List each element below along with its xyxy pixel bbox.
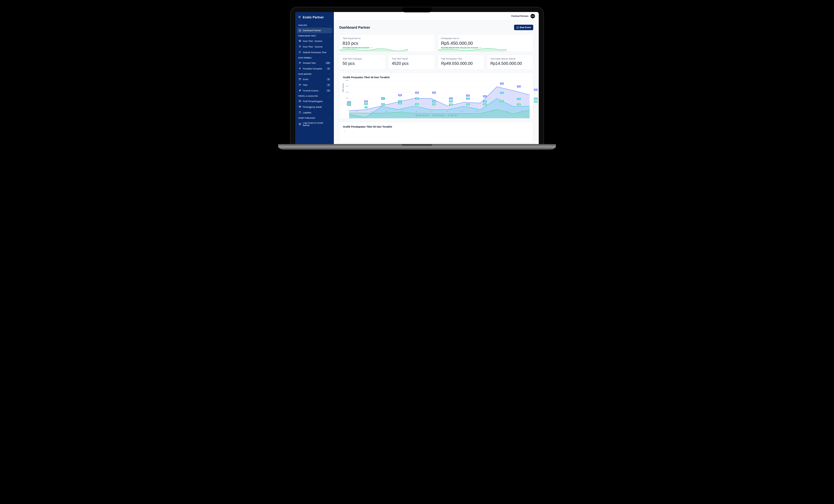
chart-x-tick: 08	[485, 111, 500, 113]
svg-rect-12	[517, 27, 518, 28]
sidebar-item[interactable]: Pembeli Tiket143	[297, 60, 332, 66]
sidebar-group-title: DATA PEMBELI	[298, 57, 312, 59]
chevron-up-icon	[329, 95, 331, 97]
chart-x-tick: 01	[379, 111, 394, 113]
sidebar-item[interactable]: Event6	[297, 76, 332, 82]
sidebar-item[interactable]: Pendaftar Kompetisi0	[297, 66, 332, 71]
org-name: Festival Permen	[511, 15, 528, 17]
sidebar-group-title: ASSET PUBLIKASI	[298, 117, 315, 119]
sidebar-item[interactable]: Statistik Penukaran Tiket	[297, 49, 332, 55]
stat-value: 4520 pcs	[392, 61, 432, 66]
sidebar-group-header[interactable]: ASSET PUBLIKASI	[297, 115, 332, 120]
chart-point-label: 220	[534, 101, 538, 103]
stat-label: Total Pajak Hiburan Daerah	[490, 58, 530, 60]
chart-x-tick: 04	[424, 111, 439, 113]
sidebar-item-label: Tiket	[303, 84, 307, 86]
sidebar-item[interactable]: Legalitas	[297, 110, 332, 115]
sidebar-item[interactable]: Tiket8	[297, 82, 332, 88]
sparkline	[339, 47, 408, 51]
sidebar-item-label: Pendaftar Kompetisi	[303, 68, 322, 70]
sidebar-badge: 8	[327, 84, 330, 86]
svg-point-1	[300, 41, 300, 41]
chart-x-tick: 02	[394, 111, 409, 113]
kpi-label: Pendapatan Hari ini	[441, 37, 530, 40]
chart-x-tick: 05	[439, 111, 455, 113]
sidebar-badge: 12	[327, 89, 330, 92]
sidebar-item[interactable]: Formulir Kustom12	[297, 88, 332, 93]
chart-y-tick: 200	[344, 103, 348, 105]
sidebar-item-label: Logo Eratix & Contoh Banner	[303, 122, 330, 127]
kpi-tickets-today: Tiket Terjual Hari ini 810 pcs 210 lebih…	[339, 34, 435, 51]
sidebar-group-header[interactable]: DATA PEMBELI	[297, 55, 332, 60]
calendar-plus-icon	[517, 26, 519, 29]
stat-label: Total Tiket Terjual	[392, 58, 432, 60]
sidebar-item[interactable]: Logo Eratix & Contoh Banner	[297, 120, 332, 128]
kpi-label: Tiket Terjual Hari ini	[343, 37, 432, 40]
calendar-icon	[299, 78, 301, 81]
scan-icon	[299, 45, 301, 48]
chevron-up-icon	[329, 35, 331, 37]
chart-y-tick: 5	[344, 131, 345, 132]
chart-title: Grafik Pendapatan Tiket 30 Hari Terakhir	[343, 125, 530, 128]
sparkline	[438, 47, 507, 51]
chart-revenue-card: Grafik Pendapatan Tiket 30 Hari Terakhir…	[339, 122, 533, 143]
sidebar-item-label: Profil Penyelenggara	[303, 100, 323, 103]
svg-rect-6	[299, 79, 301, 80]
stat-value: Rp49.550.000,00	[441, 61, 481, 66]
chart-x-tick: 06	[454, 111, 469, 113]
chevron-up-icon	[329, 73, 331, 75]
sidebar-item[interactable]: Dashboard Partner	[297, 28, 332, 33]
chevron-up-icon	[329, 24, 331, 26]
svg-rect-2	[300, 46, 301, 47]
stat-value: 50 pcs	[343, 61, 382, 66]
stat-card: Total Pendapatan TiketRp49.550.000,00	[438, 55, 484, 69]
sidebar-item[interactable]: Profil Penyelenggara	[297, 98, 332, 104]
sidebar-badge: 6	[327, 78, 330, 81]
ticket-icon	[299, 84, 301, 86]
sidebar-item-label: Dashboard Partner	[303, 29, 321, 32]
create-event-button[interactable]: Buat Event	[514, 25, 533, 30]
sidebar-item-label: Scan Tiket - Scanner	[303, 46, 323, 48]
stat-card: Total Tiket Terjual4520 pcs	[389, 55, 435, 69]
sidebar-group-title: PENUKARAN TIKET	[298, 35, 316, 37]
svg-point-9	[299, 106, 300, 107]
svg-point-11	[299, 124, 300, 124]
clock-icon	[299, 51, 301, 54]
sidebar-item[interactable]: Penanggung Jawab	[297, 104, 332, 110]
menu-toggle-icon[interactable]	[298, 16, 301, 19]
device-bezel: Eratix Partner ANALISISDashboard Partner…	[290, 7, 544, 144]
avatar[interactable]: eratix	[530, 14, 535, 18]
svg-point-4	[299, 62, 300, 63]
device-notch	[402, 7, 432, 12]
chart-x-tick: 10	[514, 111, 530, 113]
create-event-label: Buat Event	[520, 26, 531, 29]
sidebar-item[interactable]: Scan Tiket - Kamera	[297, 38, 332, 44]
chart-sales-card: Grafik Penjualan Tiket 30 Hari Terakhir …	[339, 72, 533, 119]
image-icon	[299, 123, 301, 126]
sidebar-item[interactable]: Scan Tiket - Scanner	[297, 44, 332, 49]
chart-y-axis-label: Tiket Terjual	[342, 83, 344, 92]
svg-rect-8	[299, 106, 301, 107]
camera-icon	[299, 40, 301, 43]
hash-icon	[299, 67, 301, 70]
page-title: Dashboard Partner	[339, 25, 370, 29]
svg-point-5	[300, 62, 301, 63]
chart-x-tick: 03	[409, 111, 424, 113]
content-scroll[interactable]: Dashboard Partner Buat Event Tiket Terju…	[334, 20, 539, 144]
sidebar-group-header[interactable]: PROFIL & LEGALITAS	[297, 93, 332, 98]
brand-name: Eratix Partner	[303, 16, 324, 19]
svg-rect-10	[299, 123, 301, 125]
sidebar-group-header[interactable]: PENUKARAN TIKET	[297, 33, 332, 38]
kpi-value: 810 pcs	[343, 41, 432, 46]
briefcase-icon	[299, 100, 301, 103]
sidebar-item-label: Legalitas	[303, 111, 311, 114]
chart-y-tick: 0	[344, 109, 348, 111]
sidebar-group-title: PROFIL & LEGALITAS	[298, 95, 318, 97]
chart-y-tick: 400	[344, 97, 348, 99]
sidebar-group-header[interactable]: DATA MASTER	[297, 71, 332, 76]
chart-x-tick: 29	[349, 111, 364, 113]
sidebar-badge: 0	[327, 67, 330, 70]
sidebar-item-label: Scan Tiket - Kamera	[303, 40, 322, 42]
sidebar-group-title: ANALISIS	[298, 24, 307, 26]
sidebar-group-header[interactable]: ANALISIS	[297, 23, 332, 28]
